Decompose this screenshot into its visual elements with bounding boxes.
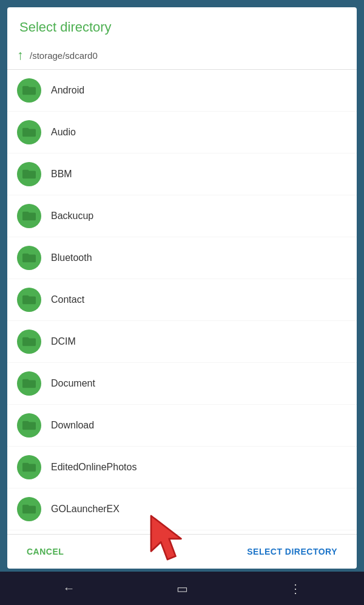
dialog-actions: CANCEL SELECT DIRECTORY — [7, 534, 357, 569]
folder-icon — [17, 120, 41, 144]
cancel-button[interactable]: CANCEL — [22, 543, 69, 560]
list-item[interactable]: BBM — [7, 154, 357, 195]
folder-name-label: Download — [51, 420, 94, 431]
folder-icon — [17, 246, 41, 270]
folder-icon — [17, 455, 41, 479]
list-item[interactable]: Download — [7, 405, 357, 447]
folder-icon — [17, 288, 41, 312]
list-item[interactable]: GOLauncherEX — [7, 488, 357, 530]
list-item[interactable]: EditedOnlinePhotos — [7, 447, 357, 488]
folder-name-label: EditedOnlinePhotos — [51, 462, 136, 473]
folder-name-label: Android — [51, 85, 84, 96]
folder-name-label: Bluetooth — [51, 252, 92, 263]
navigation-bar: ← ▭ ⋮ — [0, 572, 364, 605]
list-item[interactable]: Bluetooth — [7, 237, 357, 279]
folder-icon — [17, 330, 41, 354]
folder-name-label: Document — [51, 378, 95, 389]
select-directory-dialog: Select directory ↑ /storage/sdcard0 Andr… — [7, 7, 357, 569]
folder-icon — [17, 497, 41, 521]
list-item[interactable]: Android — [7, 70, 357, 112]
folder-name-label: Contact — [51, 294, 84, 305]
menu-nav-icon[interactable]: ⋮ — [289, 581, 302, 596]
list-item[interactable]: Audio — [7, 112, 357, 154]
folder-name-label: Audio — [51, 127, 76, 138]
folder-icon — [17, 371, 41, 396]
folder-icon — [17, 204, 41, 228]
up-arrow-icon[interactable]: ↑ — [17, 49, 24, 62]
path-row[interactable]: ↑ /storage/sdcard0 — [7, 44, 357, 70]
current-path: /storage/sdcard0 — [30, 50, 98, 61]
folder-icon — [17, 78, 41, 103]
back-nav-icon[interactable]: ← — [63, 581, 75, 595]
folder-list: Android Audio BBM Backucup Bluetooth Con… — [7, 70, 357, 534]
home-nav-icon[interactable]: ▭ — [177, 581, 188, 596]
list-item[interactable]: Document — [7, 363, 357, 405]
list-item[interactable]: DCIM — [7, 321, 357, 363]
folder-icon — [17, 413, 41, 438]
select-directory-button[interactable]: SELECT DIRECTORY — [242, 543, 342, 560]
folder-icon — [17, 162, 41, 186]
folder-name-label: Backucup — [51, 211, 93, 221]
list-item[interactable]: Contact — [7, 279, 357, 321]
folder-name-label: DCIM — [51, 336, 76, 347]
folder-name-label: BBM — [51, 169, 72, 180]
list-item[interactable]: Backucup — [7, 195, 357, 237]
folder-name-label: GOLauncherEX — [51, 504, 120, 515]
dialog-title: Select directory — [7, 7, 357, 44]
